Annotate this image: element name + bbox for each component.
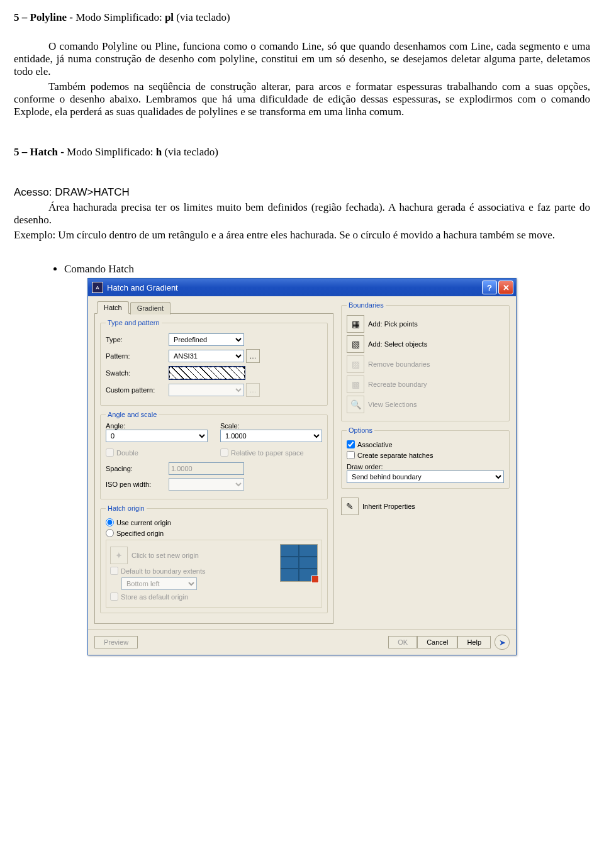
- view-selections-button: View Selections: [368, 401, 417, 408]
- dialog-title: Hatch and Gradient: [107, 283, 481, 292]
- app-icon: A: [92, 282, 103, 293]
- access-path: Acesso: DRAW>HATCH: [14, 186, 590, 199]
- recreate-boundary-icon: ▩: [347, 376, 364, 393]
- store-default-checkbox: [110, 593, 118, 601]
- label-swatch: Swatch:: [106, 369, 169, 377]
- bullet-comando-hatch: Comando Hatch: [64, 263, 590, 275]
- hatch-gradient-dialog: A Hatch and Gradient ? ✕ Hatch Gradient …: [87, 278, 517, 655]
- legend-options: Options: [347, 426, 374, 434]
- label-separate: Create separate hatches: [357, 452, 433, 459]
- hatch-paragraph-2: Exemplo: Um círculo dentro de um retângu…: [14, 229, 590, 242]
- add-pick-points-button[interactable]: Add: Pick points: [368, 320, 418, 328]
- label-click-new-origin: Click to set new origin: [131, 552, 199, 559]
- origin-preview-icon: [280, 544, 318, 582]
- pattern-browse-button[interactable]: …: [246, 349, 260, 363]
- preview-button: Preview: [94, 636, 138, 648]
- type-select[interactable]: Predefined: [169, 333, 244, 346]
- label-draw-order: Draw order:: [347, 463, 504, 470]
- ok-button: OK: [388, 636, 417, 648]
- scale-select[interactable]: 1.0000: [220, 430, 322, 442]
- group-angle-scale: Angle and scale Angle: 0 Scale: 1.0000: [100, 411, 328, 499]
- pattern-select[interactable]: ANSI31: [169, 350, 244, 362]
- separate-hatches-checkbox[interactable]: [347, 451, 355, 459]
- double-checkbox: [106, 448, 114, 457]
- label-double: Double: [116, 449, 138, 457]
- remove-boundaries-icon: ▨: [347, 355, 364, 373]
- polyline-paragraph-1: O comando Polyline ou Pline, funciona co…: [14, 40, 590, 78]
- select-objects-icon[interactable]: ▧: [347, 335, 364, 353]
- origin-position-select: Bottom left: [121, 577, 197, 590]
- draw-order-select[interactable]: Send behind boundary: [347, 470, 504, 483]
- close-button[interactable]: ✕: [498, 281, 513, 294]
- label-scale: Scale:: [220, 422, 322, 430]
- label-custom-pattern: Custom pattern:: [106, 386, 169, 394]
- label-relative: Relative to paper space: [231, 449, 304, 457]
- label-type: Type:: [106, 336, 169, 343]
- custom-pattern-select: [169, 384, 244, 396]
- inherit-properties-icon[interactable]: ✎: [341, 498, 359, 515]
- dialog-footer: Preview OK Cancel Help ➤: [88, 629, 516, 655]
- relative-checkbox: [220, 448, 228, 457]
- angle-select[interactable]: 0: [106, 430, 208, 442]
- specified-origin-radio[interactable]: [106, 529, 114, 537]
- label-pattern: Pattern:: [106, 352, 169, 360]
- label-angle: Angle:: [106, 422, 208, 430]
- view-selections-icon: 🔍: [347, 396, 364, 413]
- tab-gradient[interactable]: Gradient: [130, 302, 171, 314]
- pick-points-icon[interactable]: ▦: [347, 315, 364, 333]
- hatch-paragraph-1: Área hachurada precisa ter os limites mu…: [14, 201, 590, 226]
- legend-type-pattern: Type and pattern: [106, 319, 162, 326]
- inherit-properties-button[interactable]: Inherit Properties: [362, 503, 415, 510]
- default-extents-checkbox: [110, 567, 118, 575]
- group-boundaries: Boundaries ▦ Add: Pick points ▧ Add: Sel…: [341, 301, 510, 421]
- label-store-default: Store as default origin: [121, 593, 188, 601]
- label-default-extents: Default to boundary extents: [121, 567, 206, 575]
- section-hatch-heading: 5 – Hatch - Modo Simplificado: h (via te…: [14, 146, 590, 159]
- recreate-boundary-button: Recreate boundary: [368, 381, 427, 388]
- spacing-input: [169, 462, 244, 475]
- use-current-origin-radio[interactable]: [106, 518, 114, 526]
- group-hatch-origin: Hatch origin Use current origin Specifie…: [100, 504, 328, 613]
- help-footer-button[interactable]: Help: [457, 636, 491, 648]
- custom-pattern-browse-button: …: [246, 383, 260, 397]
- set-origin-icon: ✦: [110, 547, 128, 564]
- iso-pen-select: [169, 478, 244, 491]
- label-specified-origin: Specified origin: [116, 530, 164, 537]
- associative-checkbox[interactable]: [347, 440, 355, 448]
- label-associative: Associative: [357, 441, 393, 448]
- polyline-paragraph-2: Também podemos na seqüência de construçã…: [14, 81, 590, 118]
- add-select-objects-button[interactable]: Add: Select objects: [368, 340, 427, 348]
- swatch-preview[interactable]: [169, 366, 245, 380]
- tab-hatch[interactable]: Hatch: [97, 301, 129, 314]
- legend-boundaries: Boundaries: [347, 301, 386, 309]
- legend-hatch-origin: Hatch origin: [106, 504, 147, 512]
- legend-angle-scale: Angle and scale: [106, 411, 159, 418]
- section-polyline-heading: 5 – Polyline - Modo Simplificado: pl (vi…: [14, 11, 590, 24]
- dialog-titlebar[interactable]: A Hatch and Gradient ? ✕: [88, 279, 516, 296]
- cancel-button[interactable]: Cancel: [417, 636, 457, 648]
- help-button[interactable]: ?: [482, 281, 497, 294]
- label-use-current-origin: Use current origin: [116, 519, 171, 526]
- group-type-pattern: Type and pattern Type: Predefined Patter…: [100, 319, 328, 406]
- remove-boundaries-button: Remove boundaries: [368, 360, 430, 368]
- expand-button[interactable]: ➤: [495, 635, 510, 650]
- group-options: Options Associative Create separate hatc…: [341, 426, 510, 489]
- label-iso-pen: ISO pen width:: [106, 481, 169, 488]
- label-spacing: Spacing:: [106, 465, 169, 472]
